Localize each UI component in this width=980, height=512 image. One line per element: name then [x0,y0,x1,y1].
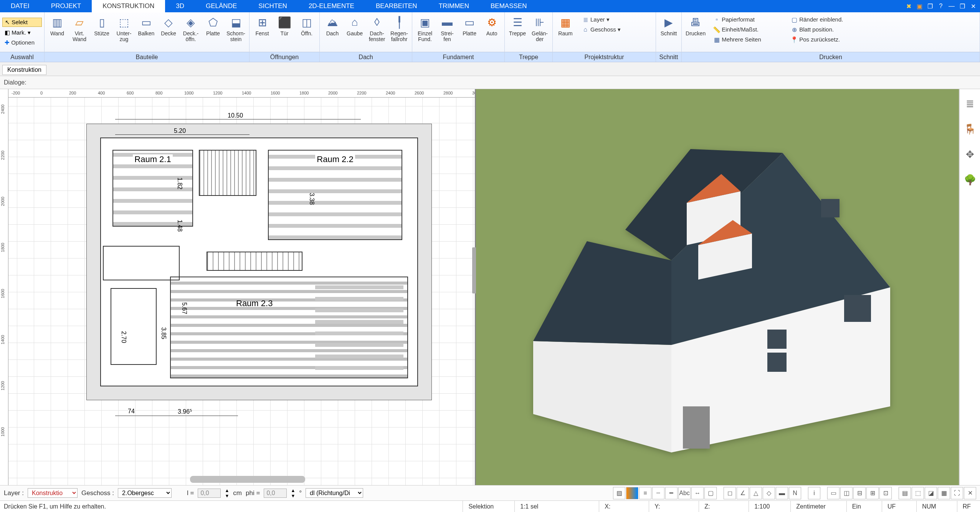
view-3d-icon[interactable]: ⬚ [912,487,924,499]
view-maximize-icon[interactable]: ⛶ [951,487,963,499]
opt-wall-icon[interactable]: ▬ [776,487,788,499]
tab-datei[interactable]: DATEI [0,0,40,12]
opt-dim-icon[interactable]: ↔ [691,487,704,499]
mode-select[interactable]: dl (Richtung/Di [306,488,363,498]
opt-roof-icon[interactable]: △ [750,487,762,499]
unterzug-button[interactable]: ⬚Unter- zug [113,13,135,44]
stuetze-button[interactable]: ▯Stütze [91,13,113,38]
gelaender-button[interactable]: ⊪Gelän- der [529,13,551,44]
layer-select[interactable]: Konstruktio [28,488,78,498]
pos-zurueck-button[interactable]: 📍Pos zurücksetz. [788,35,861,45]
tab-sichten[interactable]: SICHTEN [248,0,298,12]
papierformat-button[interactable]: ▫Papierformat [710,15,783,25]
geschoss-select[interactable]: 2.Obergesc [118,488,172,498]
raum-button[interactable]: ▦Raum [554,13,577,38]
opt-angle-icon[interactable]: ∠ [737,487,749,499]
room-2-2[interactable]: Raum 2.2 [268,150,402,240]
plan-viewport[interactable]: -200020040060080010001200140016001800200… [0,89,476,485]
layer-button[interactable]: ≣Layer ▾ [579,15,652,25]
furniture-icon[interactable]: 🪑 [963,122,977,136]
decke-button[interactable]: ◇Decke [157,13,180,38]
schornstein-button[interactable]: ⬓Schorn- stein [224,13,248,44]
opt-thick-icon[interactable]: ━ [665,487,678,499]
fenst-button[interactable]: ⊞Fenst [251,13,273,38]
tuer-button[interactable]: ⬛Tür [273,13,296,38]
help-icon[interactable]: ? [936,2,945,10]
minimize-icon[interactable]: — [947,2,956,10]
dim-1-82: 1.82 [175,177,184,189]
gaube-button[interactable]: ⌂Gaube [344,13,366,38]
view-split-h-icon[interactable]: ⊟ [853,487,866,499]
opt-lines-icon[interactable]: ≡ [639,487,651,499]
tab-bemassen[interactable]: BEMASSEN [480,0,537,12]
selekt-button[interactable]: ↖ Selekt [2,18,42,27]
opt-color-icon[interactable] [626,487,638,499]
tab-2d-elemente[interactable]: 2D-ELEMENTE [298,0,365,12]
status-unit: Zentimeter [790,501,831,512]
svg-rect-14 [683,406,710,449]
wand-button[interactable]: ▥Wand [46,13,68,38]
optionen-button[interactable]: ✚ Optionen [2,38,42,47]
tab-gelaende[interactable]: GELÄNDE [195,0,248,12]
tab-konstruktion[interactable]: KONSTRUKTION [92,0,165,12]
opt-i-icon[interactable]: i [808,487,820,499]
drucken-button[interactable]: 🖶Drucken [683,13,708,38]
box-icon[interactable]: ▣ [915,2,924,10]
tab-bearbeiten[interactable]: BEARBEITEN [365,0,428,12]
length-input[interactable] [198,489,221,498]
print-icon: 🖶 [688,15,703,30]
auto-fund-button[interactable]: ⚙Auto [481,13,503,38]
balken-button[interactable]: ▭Balken [135,13,157,38]
dachfenster-button[interactable]: ◊Dach- fenster [366,13,388,44]
streifen-button[interactable]: ▬Strei- fen [436,13,458,44]
opt-plane-icon[interactable]: ◇ [763,487,775,499]
status-rf: RF [957,501,976,512]
geschoss-button[interactable]: ⌂Geschoss ▾ [579,25,652,35]
regenfallrohr-button[interactable]: ╿Regen- fallrohr [388,13,410,44]
dach-button[interactable]: ⛰Dach [321,13,344,38]
view-close-icon[interactable]: ✕ [964,487,976,499]
tool-icon[interactable]: ✖ [904,2,913,10]
view-triple-icon[interactable]: ⊡ [879,487,892,499]
deckoeffn-button[interactable]: ◈Deck.- öffn. [180,13,202,44]
subtab-konstruktion[interactable]: Konstruktion [2,65,46,75]
3d-viewport[interactable] [476,89,959,485]
window-icon[interactable]: ❐ [925,2,935,10]
opt-ortho-icon[interactable]: ◻ [724,487,736,499]
opt-n-icon[interactable]: N [789,487,801,499]
virt-wand-button[interactable]: ▱Virt. Wand [68,13,91,44]
blatt-position-button[interactable]: ⊕Blatt position. [788,25,861,35]
opt-box-icon[interactable]: ▢ [704,487,717,499]
opt-dash-icon[interactable]: ┄ [652,487,664,499]
view-axo-icon[interactable]: ◪ [925,487,937,499]
mehrere-seiten-button[interactable]: ▦Mehrere Seiten [710,35,783,45]
view-quad-icon[interactable]: ⊞ [866,487,879,499]
tab-projekt[interactable]: PROJEKT [40,0,92,12]
platte-button[interactable]: ⬠Platte [202,13,224,38]
layers-panel-icon[interactable]: ≣ [963,97,977,111]
phi-input[interactable] [264,489,287,498]
tree-icon[interactable]: 🌳 [963,173,977,187]
navigate-icon[interactable]: ✥ [963,147,977,161]
schnitt-button[interactable]: ▶Schnitt [658,13,680,38]
storey-icon: ⌂ [581,25,590,34]
view-split-v-icon[interactable]: ◫ [840,487,853,499]
room-2-3[interactable]: Raum 2.3 [170,277,408,378]
opt-text-icon[interactable]: Abc [678,487,691,499]
opt-hatch-icon[interactable]: ▨ [613,487,625,499]
restore-icon[interactable]: ❐ [958,2,967,10]
scrollbar-horizontal[interactable] [190,476,305,483]
view-grid-icon[interactable]: ▦ [938,487,950,499]
tab-3d[interactable]: 3D [165,0,195,12]
raender-button[interactable]: ▢Ränder einblend. [788,15,861,25]
oeffn-button[interactable]: ◫Öffn. [296,13,318,38]
view-single-icon[interactable]: ▭ [827,487,840,499]
einheit-button[interactable]: 📏Einheit/Maßst. [710,25,783,35]
close-icon[interactable]: ✕ [968,2,978,10]
einzel-fund-button[interactable]: ▣Einzel Fund. [414,13,436,44]
mark-button[interactable]: ◧ Mark. ▾ [2,28,42,37]
treppe-button[interactable]: ☰Treppe [506,13,529,38]
platte-fund-button[interactable]: ▭Platte [458,13,481,38]
view-2d-icon[interactable]: ▤ [899,487,911,499]
tab-trimmen[interactable]: TRIMMEN [428,0,480,12]
